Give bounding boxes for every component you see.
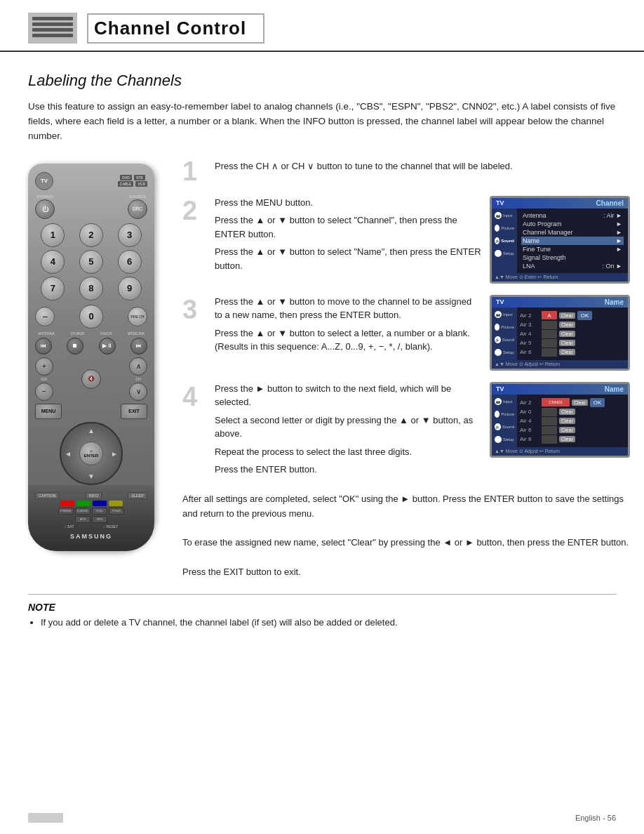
ok-btn-4-1[interactable]: OK: [590, 398, 605, 407]
note-item-1: If you add or delete a TV channel, the c…: [41, 616, 616, 630]
tv-footer-text-3: ▲▼ Move ⊙ Adjust ↩ Return: [495, 362, 560, 367]
tv-sidebar-2: 📷 Input 🖼 Picture 🔊 Sound: [492, 208, 517, 273]
sleep-button[interactable]: SLEEP: [128, 492, 147, 499]
mts-button[interactable]: MTS: [75, 516, 90, 523]
rew-button[interactable]: ⏮: [35, 338, 52, 355]
srs-button[interactable]: SRS: [92, 516, 107, 523]
button-4[interactable]: 4: [41, 250, 65, 274]
red-button[interactable]: [60, 501, 74, 506]
smode-button[interactable]: S.MODE: [75, 508, 90, 515]
nav-up-arrow[interactable]: ▲: [88, 427, 95, 435]
tv-button[interactable]: TV: [35, 172, 53, 190]
power-button[interactable]: ⏻: [35, 199, 55, 219]
ch-up-button[interactable]: ∧: [129, 357, 147, 376]
nav-down-arrow[interactable]: ▼: [88, 472, 95, 480]
ok-btn-1[interactable]: OK: [577, 311, 593, 320]
clear-btn-2[interactable]: Clear: [559, 322, 575, 328]
nav-right-arrow[interactable]: ►: [111, 449, 118, 457]
green-button[interactable]: [76, 501, 90, 506]
button-9[interactable]: 9: [118, 277, 142, 300]
button-7[interactable]: 7: [41, 277, 65, 300]
prech-button[interactable]: PRE CH: [128, 307, 147, 326]
number-grid: 1 2 3 4 5 6 7 8 9: [35, 223, 147, 300]
note-title: NOTE: [28, 602, 616, 613]
button-8[interactable]: 8: [79, 277, 103, 300]
name-row-1: Air 2 A Clear OK: [520, 311, 625, 320]
tv-header-4: TV Name: [492, 384, 628, 395]
clear-btn-4-5[interactable]: Clear: [559, 436, 575, 442]
clear-btn-4-1[interactable]: Clear: [572, 399, 588, 406]
ch-mgr-label: CH MGR: [70, 331, 84, 336]
step-1-text: Press the CH ∧ or CH ∨ button to tune to…: [215, 159, 630, 174]
setup-label: Setup: [503, 251, 514, 256]
step-3: 3 Press the ▲ or ▼ button to move to the…: [182, 295, 630, 371]
labels-row: ANTENNA CH MGR FAVCH WISELINK: [38, 331, 145, 336]
favch-label: FAVCH: [100, 331, 112, 336]
button-1[interactable]: 1: [41, 223, 65, 247]
step-2-content: Press the MENU button. Press the ▲ or ▼ …: [215, 196, 630, 284]
info-button[interactable]: INFO: [86, 492, 102, 499]
color-buttons-row: [35, 501, 147, 506]
main-content: TV DVD STB CABLE VCR POWER ⏻: [14, 157, 630, 580]
tv-label-2: TV: [496, 199, 504, 206]
clear-btn-5[interactable]: Clear: [559, 349, 575, 355]
ch-label-4-5: Air 8: [520, 436, 539, 442]
dash-button[interactable]: −: [35, 307, 55, 326]
pmode-button[interactable]: P.MODE: [58, 508, 74, 515]
button-0[interactable]: 0: [79, 305, 103, 329]
name-row-4-3: Air 4 Clear: [520, 417, 625, 425]
stb-label: STB: [134, 175, 145, 180]
caption-button[interactable]: CAPTION: [35, 492, 59, 499]
step-4: 4 Press the ► button to switch to the ne…: [182, 382, 630, 481]
tv-footer-3: ▲▼ Move ⊙ Adjust ↩ Return: [492, 360, 628, 369]
enter-button[interactable]: ⟳ ENTER: [79, 442, 103, 465]
step-2-screen: TV Channel 📷 Input 🖼: [490, 196, 630, 284]
name-row-5: Air 6 Clear: [520, 348, 625, 357]
clear-btn-4-2[interactable]: Clear: [559, 409, 575, 415]
button-3[interactable]: 3: [118, 223, 142, 247]
step-4-screen: TV Name 📷 Input 🖼 Pi: [490, 382, 630, 458]
sidebar-input-4: 📷 Input: [493, 397, 516, 406]
ch-label-5: Air 6: [520, 349, 539, 355]
section-title: Labeling the Channels: [28, 72, 616, 90]
clear-btn-4-3[interactable]: Clear: [559, 418, 575, 424]
menu-lna: LNA: On ►: [521, 262, 624, 270]
button-6[interactable]: 6: [118, 250, 142, 274]
step-2-row: Press the MENU button. Press the ▲ or ▼ …: [215, 196, 630, 284]
still-button[interactable]: STILL: [92, 508, 107, 515]
name-label-3: Name: [605, 298, 624, 306]
step-4-text-col: Press the ► button to switch to the next…: [215, 382, 481, 481]
button-5[interactable]: 5: [79, 250, 103, 274]
psize-button[interactable]: P.SIZE: [109, 508, 124, 515]
tv-main-4: Air 2 CNN02 Clear OK Air 0 Clear: [517, 395, 628, 447]
clear-btn-4[interactable]: Clear: [559, 340, 575, 346]
button-2[interactable]: 2: [79, 223, 103, 247]
step-3-row: Press the ▲ or ▼ button to move to the c…: [215, 295, 630, 371]
transport-row: ⏮ ⏹ ▶⏸ ⏭: [35, 338, 147, 355]
play-pause-button[interactable]: ▶⏸: [99, 338, 116, 355]
source-button[interactable]: SRC: [128, 199, 147, 219]
clear-btn-4-4[interactable]: Clear: [559, 427, 575, 433]
blue-button[interactable]: [93, 501, 107, 506]
ff-button[interactable]: ⏭: [130, 338, 147, 355]
vol-up-button[interactable]: +: [35, 357, 53, 376]
exit-button[interactable]: EXIT: [121, 404, 147, 419]
power-label: POWER: [37, 194, 53, 199]
menu-signal: Signal Strength: [521, 253, 624, 262]
stop-button[interactable]: ⏹: [67, 338, 83, 355]
yellow-button[interactable]: [109, 501, 123, 506]
clear-btn-3[interactable]: Clear: [559, 331, 575, 337]
remote-control: TV DVD STB CABLE VCR POWER ⏻: [28, 164, 154, 551]
mute-button[interactable]: 🔇: [81, 369, 101, 389]
tv-label-3: TV: [496, 298, 504, 305]
step-3-text-col: Press the ▲ or ▼ button to move to the c…: [215, 295, 481, 358]
sound-label: Sound: [501, 239, 514, 243]
setup-label-3: Setup: [503, 350, 514, 355]
vol-down-button[interactable]: −: [35, 383, 53, 401]
ch-down-button[interactable]: ∨: [129, 383, 147, 401]
clear-btn-1[interactable]: Clear: [559, 312, 575, 319]
nav-left-arrow[interactable]: ◄: [65, 449, 72, 457]
menu-button[interactable]: MENU: [35, 404, 62, 419]
o-sat-label: ○ SAT: [65, 524, 74, 529]
ch-label-4-4: Air 6: [520, 427, 539, 433]
